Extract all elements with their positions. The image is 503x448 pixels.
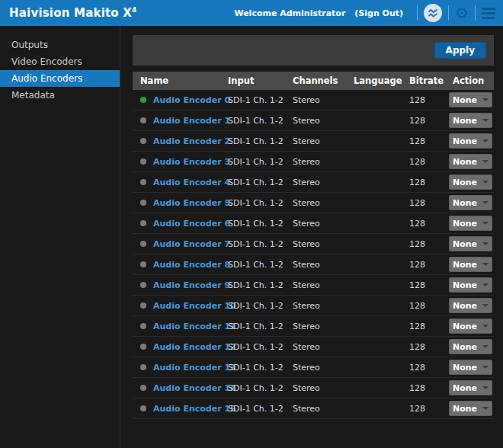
name-cell: Audio Encoder 15 xyxy=(133,404,220,414)
bitrate-cell: 128 xyxy=(402,322,445,331)
status-dot-icon xyxy=(140,200,146,206)
input-cell: SDI-1 Ch. 1-2 xyxy=(220,260,285,270)
action-cell: None xyxy=(445,360,493,375)
table-row: Audio Encoder 0 SDI-1 Ch. 1-2 Stereo 128… xyxy=(133,90,494,110)
action-cell: None xyxy=(445,298,493,313)
table-row: Audio Encoder 1 SDI-1 Ch. 1-2 Stereo 128… xyxy=(133,110,494,131)
table-row: Audio Encoder 7 SDI-1 Ch. 1-2 Stereo 128… xyxy=(133,234,494,254)
action-dropdown[interactable]: None xyxy=(449,257,492,272)
channels-cell: Stereo xyxy=(285,219,346,229)
status-dot-icon xyxy=(140,138,146,144)
action-dropdown[interactable]: None xyxy=(449,298,492,313)
caret-down-icon xyxy=(482,325,489,328)
name-cell: Audio Encoder 0 xyxy=(133,95,220,105)
channels-cell: Stereo xyxy=(285,322,346,331)
divider xyxy=(417,5,418,21)
encoder-link[interactable]: Audio Encoder 7 xyxy=(153,239,230,249)
action-dropdown[interactable]: None xyxy=(449,154,492,169)
table-row: Audio Encoder 15 SDI-1 Ch. 1-2 Stereo 12… xyxy=(133,398,494,419)
channels-cell: Stereo xyxy=(285,383,346,393)
action-dropdown[interactable]: None xyxy=(449,277,492,293)
channels-cell: Stereo xyxy=(285,198,346,208)
action-dropdown-label: None xyxy=(453,157,477,167)
action-cell: None xyxy=(445,236,493,251)
action-dropdown[interactable]: None xyxy=(449,113,492,128)
action-dropdown[interactable]: None xyxy=(449,195,492,210)
encoder-link[interactable]: Audio Encoder 2 xyxy=(153,136,230,146)
status-dot-icon xyxy=(140,385,146,391)
sign-out-link[interactable]: (Sign Out) xyxy=(354,8,403,18)
status-dot-icon xyxy=(140,302,146,309)
bitrate-cell: 128 xyxy=(402,342,445,352)
caret-down-icon xyxy=(482,283,489,286)
action-cell: None xyxy=(445,401,493,416)
name-cell: Audio Encoder 9 xyxy=(133,280,220,290)
input-cell: SDI-1 Ch. 1-2 xyxy=(220,239,285,249)
action-dropdown[interactable]: None xyxy=(449,133,492,149)
action-dropdown[interactable]: None xyxy=(449,318,492,334)
channels-cell: Stereo xyxy=(285,157,346,167)
bitrate-cell: 128 xyxy=(402,198,445,208)
apply-button[interactable]: Apply xyxy=(434,42,486,59)
action-dropdown[interactable]: None xyxy=(449,216,492,231)
channels-cell: Stereo xyxy=(285,260,346,270)
action-dropdown-label: None xyxy=(453,363,477,373)
bitrate-cell: 128 xyxy=(402,280,445,290)
encoder-link[interactable]: Audio Encoder 1 xyxy=(153,116,230,126)
name-cell: Audio Encoder 2 xyxy=(133,136,220,146)
encoder-link[interactable]: Audio Encoder 5 xyxy=(153,198,230,208)
encoder-link[interactable]: Audio Encoder 3 xyxy=(153,157,230,167)
audio-encoders-table: Name Input Channels Language Bitrate Act… xyxy=(133,72,494,419)
encoder-link[interactable]: Audio Encoder 8 xyxy=(153,260,230,270)
column-header: Name xyxy=(133,75,220,86)
name-cell: Audio Encoder 13 xyxy=(133,363,220,373)
action-dropdown[interactable]: None xyxy=(449,380,492,395)
table-row: Audio Encoder 4 SDI-1 Ch. 1-2 Stereo 128… xyxy=(133,172,494,193)
action-dropdown[interactable]: None xyxy=(449,92,492,107)
input-cell: SDI-1 Ch. 1-2 xyxy=(220,136,285,146)
action-dropdown-label: None xyxy=(453,219,477,229)
action-cell: None xyxy=(445,277,493,293)
sidebar-item[interactable]: Metadata xyxy=(0,87,120,104)
input-cell: SDI-1 Ch. 1-2 xyxy=(220,219,285,229)
status-dot-icon xyxy=(140,117,146,123)
encoder-link[interactable]: Audio Encoder 6 xyxy=(153,219,230,229)
hamburger-menu-icon[interactable] xyxy=(482,6,495,21)
divider xyxy=(448,5,449,21)
sidebar-item[interactable]: Video Encoders xyxy=(0,53,120,70)
action-dropdown[interactable]: None xyxy=(449,339,492,354)
gear-icon[interactable]: ⚙ xyxy=(455,5,469,21)
content-area: Apply Name Input Channels Language Bitra… xyxy=(120,26,503,448)
action-dropdown[interactable]: None xyxy=(449,401,492,416)
channels-cell: Stereo xyxy=(285,301,346,311)
status-dot-icon xyxy=(140,261,146,267)
action-dropdown-label: None xyxy=(453,136,477,146)
action-dropdown-label: None xyxy=(453,260,477,270)
encoder-link[interactable]: Audio Encoder 9 xyxy=(153,280,230,290)
action-dropdown-label: None xyxy=(453,301,477,311)
encoder-link[interactable]: Audio Encoder 0 xyxy=(153,95,230,105)
bitrate-cell: 128 xyxy=(402,219,445,229)
caret-down-icon xyxy=(482,201,489,204)
channels-cell: Stereo xyxy=(285,239,346,249)
table-row: Audio Encoder 2 SDI-1 Ch. 1-2 Stereo 128… xyxy=(133,131,494,152)
bitrate-cell: 128 xyxy=(402,260,445,270)
action-dropdown-label: None xyxy=(453,178,477,187)
encoder-link[interactable]: Audio Encoder 4 xyxy=(153,178,230,187)
caret-down-icon xyxy=(482,345,489,348)
caret-down-icon xyxy=(482,139,489,142)
column-header: Channels xyxy=(285,75,346,86)
table-row: Audio Encoder 10 SDI-1 Ch. 1-2 Stereo 12… xyxy=(133,296,494,316)
sidebar-item[interactable]: Outputs xyxy=(0,37,120,53)
action-dropdown[interactable]: None xyxy=(449,236,492,251)
action-dropdown[interactable]: None xyxy=(449,360,492,375)
column-header: Bitrate xyxy=(402,75,445,86)
table-row: Audio Encoder 13 SDI-1 Ch. 1-2 Stereo 12… xyxy=(133,357,494,378)
caret-down-icon xyxy=(482,407,489,410)
table-row: Audio Encoder 12 SDI-1 Ch. 1-2 Stereo 12… xyxy=(133,337,494,357)
sidebar-item[interactable]: Audio Encoders xyxy=(0,70,120,87)
action-dropdown[interactable]: None xyxy=(449,174,492,190)
stream-status-icon[interactable] xyxy=(424,4,442,22)
action-dropdown-label: None xyxy=(453,280,477,290)
status-dot-icon xyxy=(140,220,146,226)
